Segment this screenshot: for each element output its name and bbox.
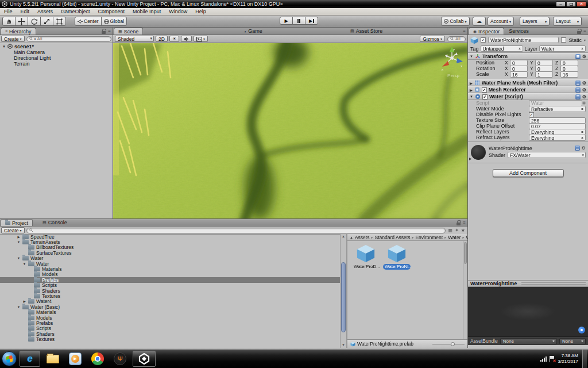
step-button[interactable]: ▶ bbox=[305, 17, 318, 25]
chevron-down-icon[interactable]: ▼ bbox=[2, 45, 6, 48]
move-tool-button[interactable] bbox=[15, 17, 28, 26]
tab-inspector[interactable]: ◉ Inspector bbox=[469, 28, 504, 34]
slider-thumb[interactable] bbox=[451, 342, 455, 346]
breadcrumb-water[interactable]: Water bbox=[448, 235, 461, 240]
gizmo-perspective-label[interactable]: Persp bbox=[447, 73, 459, 78]
position-x-field[interactable]: 0 bbox=[510, 60, 528, 66]
menu-file[interactable]: File bbox=[0, 8, 17, 15]
scene-audio-button[interactable] bbox=[181, 36, 192, 42]
account-dropdown[interactable]: Account▾ bbox=[488, 17, 514, 26]
menu-assets[interactable]: Assets bbox=[33, 8, 57, 15]
tree-row[interactable]: Scripts bbox=[0, 283, 340, 288]
pause-button[interactable] bbox=[292, 17, 305, 25]
chevron-right-icon[interactable]: ▶ bbox=[469, 156, 472, 160]
tree-row[interactable]: Textures bbox=[0, 293, 340, 298]
hierarchy-create-button[interactable]: Create▾ bbox=[1, 36, 25, 42]
asset-item-waterprodaytime[interactable]: WaterProD... bbox=[352, 244, 380, 270]
taskbar-unity-button[interactable] bbox=[133, 351, 156, 367]
tree-row[interactable]: ▼TerrainAssets bbox=[0, 239, 340, 244]
scene-search-input[interactable]: All bbox=[447, 36, 466, 42]
material-preview-sphere[interactable] bbox=[471, 145, 486, 160]
favorites-icon[interactable]: ★ bbox=[461, 228, 465, 233]
tag-dropdown[interactable]: Untagged bbox=[481, 45, 523, 52]
scrollbar-thumb[interactable] bbox=[464, 242, 467, 264]
layout-dropdown[interactable]: Layout▾ bbox=[553, 17, 582, 26]
menu-help[interactable]: Help bbox=[191, 8, 210, 15]
help-icon[interactable] bbox=[575, 145, 580, 151]
play-button[interactable]: ▶ bbox=[280, 17, 293, 25]
hierarchy-search-input[interactable]: ▾ All bbox=[26, 36, 111, 42]
project-search-input[interactable] bbox=[26, 228, 446, 233]
tree-row[interactable]: Materials bbox=[0, 309, 340, 315]
panel-menu-icon[interactable]: ≡ bbox=[463, 220, 466, 225]
tree-row[interactable]: ▼Water bbox=[0, 256, 340, 261]
active-checkbox[interactable]: ✓ bbox=[481, 37, 486, 43]
help-icon[interactable] bbox=[575, 80, 581, 86]
help-icon[interactable] bbox=[575, 94, 581, 99]
gear-icon[interactable]: ⚙ bbox=[582, 80, 586, 86]
assetbundle-variant-dropdown[interactable]: None bbox=[559, 338, 586, 344]
show-desktop-button[interactable] bbox=[582, 350, 587, 368]
hierarchy-scene-row[interactable]: ▼ scene1* bbox=[0, 43, 113, 49]
search-by-label-icon[interactable]: ✦ bbox=[455, 228, 459, 233]
hierarchy-item-directional-light[interactable]: Directional Light bbox=[0, 55, 113, 61]
scale-tool-button[interactable] bbox=[40, 17, 53, 26]
hierarchy-item-terrain[interactable]: Terrain bbox=[0, 61, 113, 67]
taskbar-clock[interactable]: 7:38 AM 3/21/2017 bbox=[558, 353, 578, 365]
rect-tool-button[interactable] bbox=[53, 17, 66, 26]
collapse-icon[interactable]: ▲ bbox=[350, 236, 353, 239]
help-icon[interactable] bbox=[575, 87, 581, 93]
taskbar-ie-button[interactable]: e bbox=[20, 351, 40, 367]
transform-component-header[interactable]: ▼ Transform ⚙ bbox=[468, 53, 588, 60]
breadcrumb-assets[interactable]: Assets bbox=[355, 235, 370, 240]
thumbnail-size-slider[interactable] bbox=[432, 342, 465, 346]
tree-row[interactable]: Prefabs bbox=[0, 320, 340, 325]
object-picker-icon[interactable]: ◉ bbox=[582, 101, 586, 105]
network-icon[interactable] bbox=[540, 356, 547, 362]
drag-handle[interactable] bbox=[521, 282, 586, 285]
tree-row[interactable]: Scripts bbox=[0, 326, 340, 331]
gear-icon[interactable]: ⚙ bbox=[582, 94, 586, 99]
chevron-right-icon[interactable]: ▶ bbox=[470, 88, 473, 92]
menu-mobile-input[interactable]: Mobile Input bbox=[129, 8, 165, 15]
mesh-renderer-component-header[interactable]: ▶ ✓ Mesh Renderer ⚙ bbox=[468, 86, 588, 93]
pivot-center-button[interactable]: Center bbox=[75, 17, 102, 26]
water-script-component-header[interactable]: ▼ ✓ Water (Script) ⚙ bbox=[468, 93, 588, 100]
scene-lighting-button[interactable]: ☀ bbox=[169, 36, 179, 42]
water-mode-dropdown[interactable]: Refractive bbox=[529, 106, 586, 112]
search-by-type-icon[interactable]: ▦ bbox=[448, 228, 453, 233]
scene-orientation-gizmo[interactable]: y x z bbox=[440, 45, 464, 72]
tree-row[interactable]: ▶Water4 bbox=[0, 299, 340, 304]
refract-layers-dropdown[interactable]: Everything bbox=[529, 135, 586, 141]
position-z-field[interactable]: 0 bbox=[560, 60, 578, 66]
hierarchy-item-main-camera[interactable]: Main Camera bbox=[0, 49, 113, 55]
gear-icon[interactable]: ⚙ bbox=[582, 54, 586, 59]
lock-icon[interactable] bbox=[102, 31, 106, 34]
asset-item-waterpronighttime[interactable]: WaterProNi... bbox=[383, 244, 411, 270]
collab-button[interactable]: Collab▾ bbox=[441, 17, 470, 26]
scale-x-field[interactable]: 16 bbox=[510, 71, 528, 78]
tree-row[interactable]: Materials bbox=[0, 266, 340, 271]
tree-row[interactable]: ▼Water bbox=[0, 261, 340, 266]
tree-row[interactable]: Textures bbox=[0, 336, 340, 342]
gizmos-dropdown[interactable]: Gizmos▾ bbox=[420, 36, 445, 42]
tree-row[interactable]: Models bbox=[0, 315, 340, 320]
static-checkbox[interactable] bbox=[561, 37, 566, 43]
chevron-down-icon[interactable]: ▼ bbox=[470, 95, 473, 98]
scene-canvas[interactable]: y x z Persp bbox=[113, 43, 467, 218]
rotation-x-field[interactable]: 0 bbox=[510, 66, 528, 72]
lock-icon[interactable] bbox=[577, 31, 581, 34]
layer-dropdown[interactable]: Water bbox=[539, 45, 586, 52]
project-tree-scrollbar[interactable]: ▲ ▼ bbox=[340, 234, 347, 348]
lock-icon[interactable] bbox=[457, 223, 461, 225]
tab-game[interactable]: ◗ Game bbox=[240, 28, 266, 34]
minimize-button[interactable]: – bbox=[556, 1, 566, 7]
gizmo-z-axis[interactable] bbox=[457, 58, 463, 63]
position-y-field[interactable]: 0 bbox=[535, 60, 553, 66]
clip-plane-offset-field[interactable]: 0.07 bbox=[529, 123, 586, 129]
window-titlebar[interactable]: Unity 5.5.2f1 Personal (64bit) - scene1.… bbox=[0, 0, 588, 8]
help-icon[interactable] bbox=[575, 54, 581, 59]
shader-dropdown[interactable]: FX/Water bbox=[508, 152, 586, 158]
tab-scene[interactable]: ▦ Scene bbox=[114, 28, 143, 34]
gizmo-x-axis[interactable] bbox=[442, 61, 449, 67]
